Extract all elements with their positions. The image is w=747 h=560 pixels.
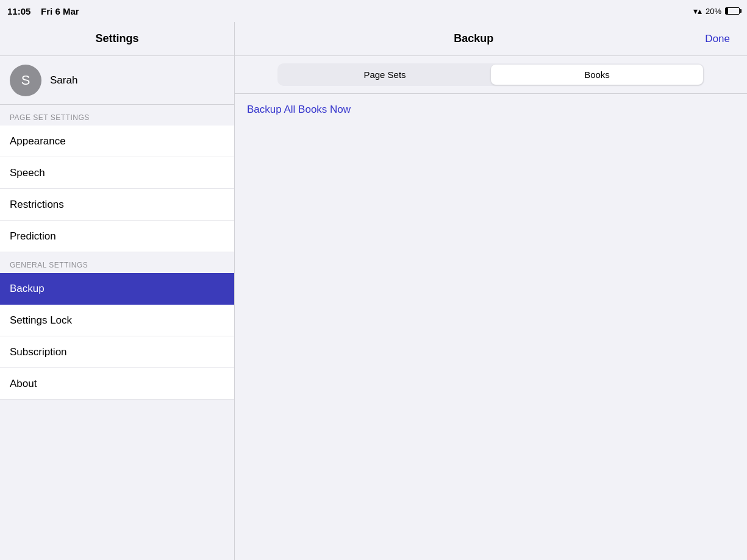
backup-all-books-link[interactable]: Backup All Books Now <box>235 94 747 126</box>
backup-nav-title: Backup <box>247 32 700 45</box>
status-indicators: ▾▴ 20% <box>693 6 740 16</box>
battery-percent: 20% <box>706 7 721 16</box>
nav-right: Backup Done <box>235 30 747 48</box>
nav-bar: Settings Backup Done <box>0 22 747 56</box>
username: Sarah <box>50 74 77 87</box>
page-set-settings-header: PAGE SET SETTINGS <box>0 105 234 126</box>
segment-control: Page Sets Books <box>277 63 704 86</box>
nav-left: Settings <box>0 22 235 55</box>
sidebar-item-subscription[interactable]: Subscription <box>0 336 234 368</box>
sidebar: S Sarah PAGE SET SETTINGS Appearance Spe… <box>0 56 235 560</box>
general-settings-header: GENERAL SETTINGS <box>0 252 234 273</box>
segment-control-container: Page Sets Books <box>235 56 747 94</box>
sidebar-item-restrictions[interactable]: Restrictions <box>0 189 234 221</box>
status-time: 11:05 <box>7 6 30 16</box>
wifi-icon: ▾▴ <box>693 6 702 16</box>
restrictions-label: Restrictions <box>10 199 64 211</box>
sidebar-item-about[interactable]: About <box>0 368 234 400</box>
tab-books[interactable]: Books <box>491 65 703 85</box>
status-bar: 11:05 Fri 6 Mar ▾▴ 20% <box>0 0 747 22</box>
sidebar-item-backup[interactable]: Backup <box>0 273 234 305</box>
avatar: S <box>10 65 41 96</box>
done-button[interactable]: Done <box>700 30 735 48</box>
about-label: About <box>10 378 37 390</box>
speech-label: Speech <box>10 167 45 179</box>
status-date: Fri 6 Mar <box>41 6 79 16</box>
sidebar-item-settings-lock[interactable]: Settings Lock <box>0 305 234 336</box>
general-settings-group: GENERAL SETTINGS Backup Settings Lock Su… <box>0 252 234 400</box>
user-profile[interactable]: S Sarah <box>0 56 234 105</box>
content-area: S Sarah PAGE SET SETTINGS Appearance Spe… <box>0 56 747 560</box>
subscription-label: Subscription <box>10 346 67 358</box>
status-time-date: 11:05 Fri 6 Mar <box>7 6 79 16</box>
app-container: Settings Backup Done S Sarah PAGE SET SE… <box>0 22 747 560</box>
battery-fill <box>726 8 728 14</box>
sidebar-item-prediction[interactable]: Prediction <box>0 221 234 252</box>
battery-icon <box>725 7 740 15</box>
sidebar-item-speech[interactable]: Speech <box>0 157 234 189</box>
main-panel: Page Sets Books Backup All Books Now <box>235 56 747 560</box>
settings-nav-title: Settings <box>95 32 138 45</box>
appearance-label: Appearance <box>10 135 66 147</box>
sidebar-item-appearance[interactable]: Appearance <box>0 126 234 157</box>
prediction-label: Prediction <box>10 230 56 243</box>
settings-lock-label: Settings Lock <box>10 314 72 327</box>
backup-label: Backup <box>10 283 45 295</box>
page-set-settings-group: PAGE SET SETTINGS Appearance Speech Rest… <box>0 105 234 252</box>
tab-page-sets[interactable]: Page Sets <box>279 65 491 85</box>
